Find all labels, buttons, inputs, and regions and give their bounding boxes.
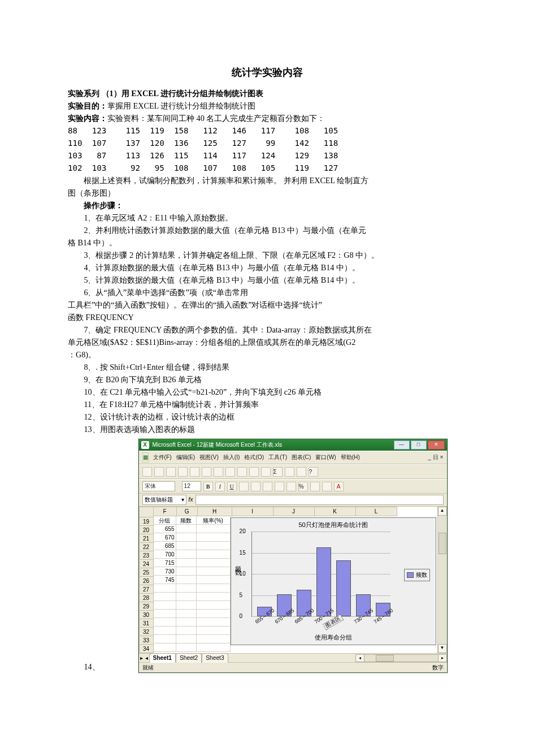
column-header[interactable]: H bbox=[198, 507, 232, 516]
cell[interactable] bbox=[197, 627, 231, 635]
sheet-tab[interactable]: Sheet2 bbox=[176, 653, 202, 663]
cell[interactable] bbox=[176, 559, 197, 567]
cell[interactable]: 700 bbox=[154, 550, 176, 559]
horizontal-scrollbar[interactable]: ◂ ▸ bbox=[355, 654, 447, 662]
sheet-tab[interactable]: Sheet3 bbox=[202, 653, 228, 663]
chart-wizard-icon[interactable] bbox=[297, 467, 306, 477]
cell[interactable] bbox=[176, 584, 197, 593]
cell[interactable] bbox=[197, 525, 231, 533]
row-header[interactable]: 20 bbox=[139, 526, 154, 534]
row-header[interactable]: 34 bbox=[139, 645, 154, 653]
cell[interactable]: 685 bbox=[154, 542, 176, 550]
cell[interactable] bbox=[176, 576, 197, 584]
sort-icon[interactable] bbox=[285, 467, 294, 477]
help-icon[interactable]: ? bbox=[309, 467, 318, 477]
cell[interactable]: 频数 bbox=[176, 516, 197, 525]
cell[interactable] bbox=[176, 550, 197, 559]
print-icon[interactable] bbox=[178, 467, 188, 477]
cell[interactable] bbox=[197, 635, 231, 643]
font-color-icon[interactable]: A bbox=[334, 482, 344, 491]
tab-nav-first-icon[interactable]: ▸ bbox=[139, 654, 144, 663]
cell[interactable] bbox=[197, 601, 231, 610]
cell[interactable] bbox=[197, 610, 231, 618]
scroll-thumb[interactable] bbox=[376, 655, 394, 662]
bold-icon[interactable]: B bbox=[203, 482, 213, 491]
cell[interactable]: 频率(%) bbox=[197, 516, 231, 525]
row-header[interactable]: 19 bbox=[139, 517, 154, 526]
font-name-select[interactable]: 宋体 bbox=[142, 481, 175, 491]
autosum-icon[interactable]: Σ bbox=[273, 467, 283, 477]
column-header[interactable]: L bbox=[356, 507, 397, 516]
font-size-select[interactable]: 12 bbox=[182, 481, 201, 491]
currency-icon[interactable] bbox=[286, 482, 296, 491]
merge-center-icon[interactable] bbox=[275, 482, 284, 491]
new-icon[interactable] bbox=[142, 467, 152, 477]
cell[interactable] bbox=[154, 643, 176, 652]
save-icon[interactable] bbox=[166, 467, 176, 477]
excel-titlebar[interactable]: X Microsoft Excel - 12新建 Microsoft Excel… bbox=[139, 439, 447, 451]
scroll-right-icon[interactable]: ▸ bbox=[438, 655, 446, 662]
select-all-corner[interactable] bbox=[139, 507, 154, 517]
scroll-track[interactable] bbox=[438, 516, 447, 644]
mdi-controls[interactable]: _ 日 × bbox=[428, 453, 443, 462]
row-header[interactable]: 25 bbox=[139, 568, 154, 577]
row-header[interactable]: 32 bbox=[139, 628, 154, 636]
column-header[interactable]: J bbox=[273, 507, 315, 516]
cell[interactable] bbox=[197, 576, 231, 584]
cell[interactable]: 715 bbox=[154, 559, 176, 567]
sheet-tab[interactable]: Sheet1 bbox=[149, 653, 176, 663]
row-header[interactable]: 27 bbox=[139, 585, 154, 594]
cell[interactable] bbox=[154, 618, 176, 627]
formula-bar[interactable] bbox=[196, 495, 444, 505]
align-right-icon[interactable] bbox=[263, 482, 272, 491]
cell[interactable] bbox=[197, 559, 231, 567]
menu-format[interactable]: 格式(O) bbox=[244, 453, 264, 462]
percent-icon[interactable]: % bbox=[298, 482, 308, 491]
cell[interactable] bbox=[197, 567, 231, 576]
cell[interactable]: 670 bbox=[154, 533, 176, 542]
column-header[interactable]: K bbox=[315, 507, 356, 516]
fill-color-icon[interactable] bbox=[322, 482, 332, 491]
close-button[interactable]: ✕ bbox=[428, 440, 445, 450]
menu-insert[interactable]: 插入(I) bbox=[223, 453, 240, 462]
cell[interactable] bbox=[154, 635, 176, 643]
cell[interactable] bbox=[176, 610, 197, 618]
cell[interactable] bbox=[154, 593, 176, 601]
cell[interactable] bbox=[176, 601, 197, 610]
row-header[interactable]: 22 bbox=[139, 543, 154, 551]
cell[interactable] bbox=[197, 584, 231, 593]
cell[interactable] bbox=[197, 593, 231, 601]
column-header[interactable]: I bbox=[232, 507, 273, 516]
cell[interactable] bbox=[154, 601, 176, 610]
cell[interactable] bbox=[176, 525, 197, 533]
cell[interactable] bbox=[176, 593, 197, 601]
cell[interactable] bbox=[154, 584, 176, 593]
copy-icon[interactable] bbox=[225, 467, 235, 477]
tab-nav-prev-icon[interactable]: ◂ bbox=[144, 654, 149, 663]
row-header[interactable]: 26 bbox=[139, 577, 154, 585]
italic-icon[interactable]: I bbox=[215, 482, 225, 491]
spelling-icon[interactable] bbox=[202, 467, 211, 477]
redo-icon[interactable] bbox=[261, 467, 271, 477]
cell[interactable] bbox=[176, 635, 197, 643]
row-header[interactable]: 30 bbox=[139, 611, 154, 619]
scroll-down-icon[interactable]: ▼ bbox=[438, 644, 447, 653]
embedded-chart[interactable]: 50只灯泡使用寿命统计图 频数 05101520655～670670～68568… bbox=[231, 517, 436, 645]
row-header[interactable]: 31 bbox=[139, 619, 154, 628]
row-header[interactable]: 23 bbox=[139, 551, 154, 560]
cell[interactable]: 655 bbox=[154, 525, 176, 533]
preview-icon[interactable] bbox=[190, 467, 199, 477]
cell[interactable]: 分组 bbox=[154, 516, 176, 525]
maximize-button[interactable]: □ bbox=[411, 440, 427, 450]
scroll-thumb[interactable] bbox=[439, 533, 446, 554]
menu-file[interactable]: 文件(F) bbox=[153, 453, 172, 462]
row-header[interactable]: 29 bbox=[139, 602, 154, 611]
cell[interactable] bbox=[154, 627, 176, 635]
menu-help[interactable]: 帮助(H) bbox=[341, 453, 360, 462]
cell[interactable] bbox=[197, 618, 231, 627]
column-header[interactable]: F bbox=[154, 507, 177, 516]
fx-label[interactable]: fx bbox=[189, 495, 193, 504]
undo-icon[interactable] bbox=[249, 467, 259, 477]
cell[interactable] bbox=[176, 643, 197, 652]
cell[interactable] bbox=[176, 618, 197, 627]
